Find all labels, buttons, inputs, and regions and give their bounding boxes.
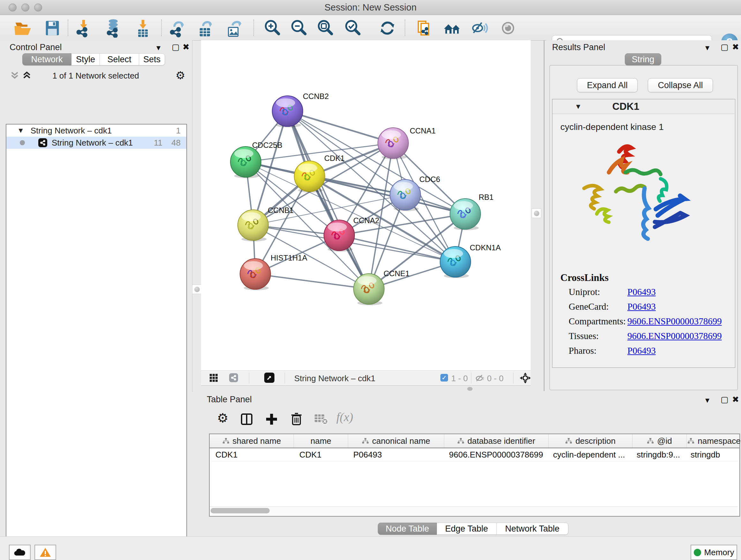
grid-view-icon[interactable] [209,374,218,384]
column-header-database-identifier[interactable]: database identifier [444,434,549,448]
collapse-all-button[interactable]: Collapse All [648,78,713,92]
control-panel-float-icon[interactable]: ▢ [172,43,180,51]
fit-selection-crosshair-icon[interactable] [520,372,531,385]
tab-sets[interactable]: Sets [139,53,165,65]
node-CCNE1[interactable] [354,273,384,305]
tab-edge-table[interactable]: Edge Table [437,523,496,535]
crosslink-link[interactable]: P06493 [627,346,656,356]
expand-all-button[interactable]: Expand All [577,78,637,92]
tab-select[interactable]: Select [100,53,139,65]
network-canvas[interactable]: CCNB2CCNA1CDC25BCDK1CDC6RB1CCNB1CCNA2CDK… [201,40,531,370]
column-header-namespace[interactable]: namespace [687,434,741,448]
show-hide-graphics-icon[interactable] [470,18,489,38]
collapse-all-icon[interactable] [10,70,20,82]
column-header-shared-name[interactable]: shared name [210,434,294,448]
export-table-icon[interactable] [196,18,215,38]
export-image-icon[interactable] [224,18,244,38]
window-minimize-button[interactable] [21,3,29,11]
save-session-icon[interactable] [43,18,62,38]
toolbar-separator [253,19,254,36]
tab-network[interactable]: Network [22,53,71,65]
control-panel-menu-icon[interactable]: ▾ [156,44,160,52]
node-CDKN1A[interactable] [440,246,471,278]
zoom-out-icon[interactable] [289,18,308,38]
network-share-icon[interactable] [229,373,238,382]
table-hscrollbar-thumb[interactable] [211,508,270,513]
gene-collapse-icon[interactable]: ▼ [575,103,582,111]
results-panel-menu-icon[interactable]: ▾ [705,44,710,52]
table-cell: 9606.ENSP00000378699 [443,448,547,461]
window-zoom-button[interactable] [34,3,42,11]
tab-string[interactable]: String [625,53,661,65]
network-row[interactable]: String Network – cdk1 11 48 [6,137,186,149]
export-network-icon[interactable] [167,18,187,38]
delete-table-icon[interactable] [314,413,328,427]
table-settings-gear-icon[interactable]: ⚙ [217,411,228,425]
warning-button[interactable] [35,545,56,560]
import-table-icon[interactable] [133,18,152,38]
import-network-icon[interactable] [74,18,93,38]
crosslink-link[interactable]: 9606.ENSP00000378699 [627,316,722,327]
bottom-splitter-handle[interactable] [467,387,473,391]
expand-all-icon[interactable] [22,70,32,82]
results-panel-close-icon[interactable]: ✖ [732,43,739,51]
results-panel-float-icon[interactable]: ▢ [721,43,729,51]
eye-icon[interactable] [498,18,518,38]
edge-HIST1H1A-CCNE1[interactable] [255,274,369,289]
node-RB1[interactable] [450,199,481,230]
control-panel-close-icon[interactable]: ✖ [183,43,190,51]
delete-column-trash-icon[interactable] [290,412,303,427]
tab-node-table[interactable]: Node Table [378,523,437,535]
home-networks-icon[interactable] [443,18,462,38]
table-hscrollbar-track[interactable] [210,506,738,515]
refresh-layout-icon[interactable] [378,18,397,38]
cloud-button[interactable] [9,545,30,560]
node-CCNA1[interactable] [378,128,408,159]
gene-card-header[interactable]: ▼ CDK1 [552,99,734,114]
zoom-in-icon[interactable] [263,18,282,38]
column-header-label: shared name [232,436,281,446]
column-header-label: name [311,436,331,446]
column-header-canonical-name[interactable]: canonical name [348,434,444,448]
edge-CCNB2-CCNE1[interactable] [287,111,369,289]
node-HIST1H1A[interactable] [240,259,271,290]
right-splitter-handle[interactable] [532,208,541,218]
table-panel-menu-icon[interactable]: ▾ [705,396,710,404]
edge-CCNB2-CCNA1[interactable] [287,111,393,143]
crosslink-link[interactable]: P06493 [627,287,656,297]
selected-checkbox-icon[interactable]: ✓ [441,374,448,381]
left-splitter-handle[interactable] [192,285,202,294]
collection-expand-icon[interactable]: ▼ [17,126,24,135]
node-CCNB2[interactable] [272,96,303,127]
crosslink-link[interactable]: 9606.ENSP00000378699 [627,331,722,341]
table-cell: CDK1 [210,448,293,461]
table-row[interactable]: CDK1CDK1P064939606.ENSP00000378699cyclin… [210,448,739,461]
memory-button[interactable]: Memory [690,545,737,560]
collection-label: String Network – cdk1 [30,126,112,136]
zoom-selected-icon[interactable] [343,18,362,38]
table-panel-float-icon[interactable]: ▢ [721,395,729,403]
column-network-icon [647,438,654,444]
hidden-eye-icon[interactable] [475,374,484,384]
gear-icon[interactable]: ⚙ [176,69,185,82]
node-CCNB1[interactable] [238,210,268,241]
show-columns-icon[interactable] [240,413,253,427]
birdseye-view-icon[interactable] [264,373,274,383]
tab-style[interactable]: Style [71,53,100,65]
clone-network-icon[interactable] [415,18,434,38]
open-session-icon[interactable] [13,18,32,38]
import-database-icon[interactable] [105,18,124,38]
column-header-name[interactable]: name [294,434,348,448]
network-collection-row[interactable]: ▼ String Network – cdk1 1 [6,125,186,137]
add-column-icon[interactable] [265,413,278,427]
node-CDC6[interactable] [390,179,421,211]
zoom-fit-icon[interactable] [316,18,335,38]
network-label: String Network – cdk1 [52,138,133,148]
tab-network-table[interactable]: Network Table [496,523,568,535]
window-close-button[interactable] [9,3,17,11]
column-header--id[interactable]: @id [632,434,687,448]
function-builder-icon[interactable]: f(x) [336,410,353,424]
table-panel-close-icon[interactable]: ✖ [732,395,739,403]
column-header-description[interactable]: description [549,434,632,448]
crosslink-link[interactable]: P06493 [627,301,656,312]
